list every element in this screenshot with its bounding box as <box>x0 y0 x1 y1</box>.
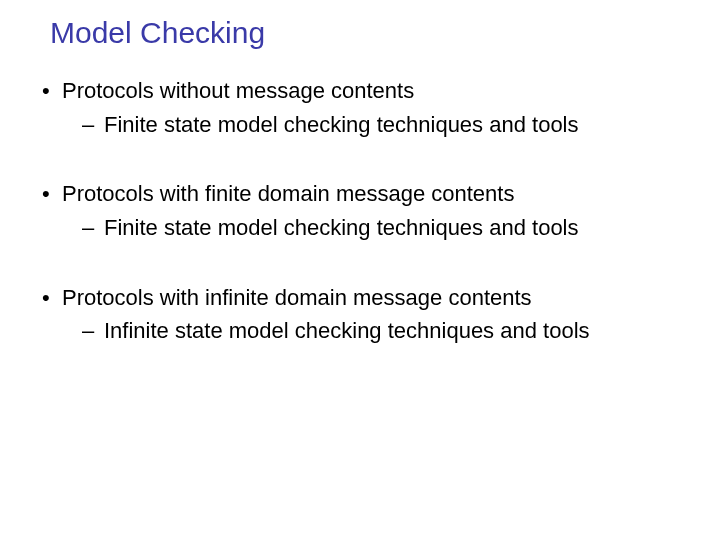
sub-list-item: Infinite state model checking techniques… <box>82 316 692 346</box>
sub-list: Infinite state model checking techniques… <box>82 316 692 346</box>
list-item: Protocols with infinite domain message c… <box>38 283 692 346</box>
sub-list-item-text: Finite state model checking techniques a… <box>104 112 579 137</box>
slide-title: Model Checking <box>50 16 692 50</box>
list-item-text: Protocols with infinite domain message c… <box>62 285 532 310</box>
sub-list-item: Finite state model checking techniques a… <box>82 213 692 243</box>
list-item-text: Protocols with finite domain message con… <box>62 181 514 206</box>
sub-list: Finite state model checking techniques a… <box>82 213 692 243</box>
sub-list-item-text: Infinite state model checking techniques… <box>104 318 590 343</box>
list-item: Protocols with finite domain message con… <box>38 179 692 242</box>
sub-list: Finite state model checking techniques a… <box>82 110 692 140</box>
sub-list-item: Finite state model checking techniques a… <box>82 110 692 140</box>
list-item: Protocols without message contents Finit… <box>38 76 692 139</box>
slide: Model Checking Protocols without message… <box>0 0 720 540</box>
sub-list-item-text: Finite state model checking techniques a… <box>104 215 579 240</box>
bullet-list: Protocols without message contents Finit… <box>38 76 692 346</box>
list-item-text: Protocols without message contents <box>62 78 414 103</box>
